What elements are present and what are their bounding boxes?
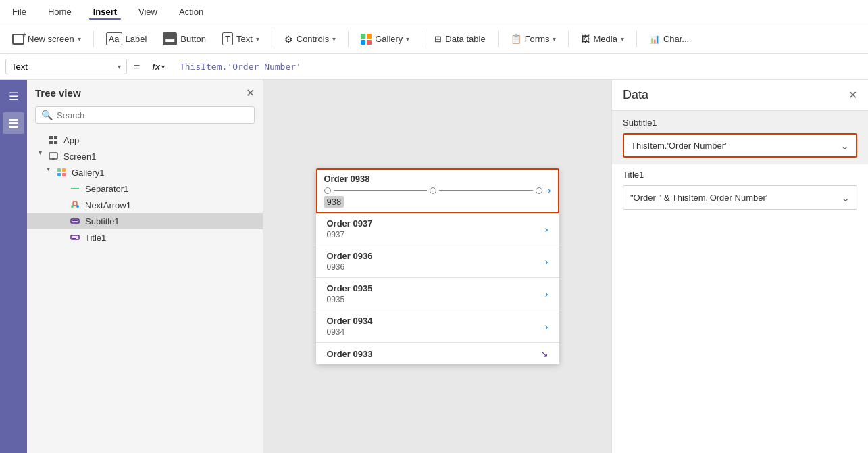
button-button[interactable]: ▬ Button (156, 29, 213, 49)
tree-node-gallery1[interactable]: ▸ Gallery1 (27, 164, 263, 181)
gallery-item-0934[interactable]: Order 0934 0934 › (316, 310, 559, 343)
title1-icon (69, 231, 81, 243)
menu-insert[interactable]: Insert (89, 4, 121, 20)
selected-subtitle-value: 938 (324, 196, 344, 208)
search-input[interactable] (57, 110, 249, 120)
data-panel-header: Data ✕ (612, 80, 868, 111)
item-0934-arrow: › (545, 321, 548, 332)
formula-bar: Text ▾ = fx ▾ (0, 54, 868, 80)
controls-chevron: ▾ (332, 35, 336, 43)
label-icon: Aa (106, 32, 122, 45)
tree-node-app[interactable]: App (27, 132, 263, 148)
tree-view-close-button[interactable]: ✕ (246, 87, 255, 99)
data-table-button[interactable]: ⊞ Data table (428, 30, 492, 47)
nextarrow1-arrow (57, 200, 66, 210)
fx-button[interactable]: fx ▾ (147, 59, 170, 74)
svg-rect-6 (57, 168, 61, 172)
text-chevron: ▾ (256, 35, 259, 43)
svg-rect-8 (57, 173, 61, 176)
title1-dropdown-value: "Order " & ThisItem.'Order Number' (630, 193, 767, 203)
forms-chevron: ▾ (553, 35, 556, 43)
forms-icon: 📋 (511, 34, 521, 44)
svg-rect-2 (49, 141, 53, 144)
formula-property-dropdown[interactable]: Text ▾ (5, 59, 127, 74)
formula-input[interactable] (174, 59, 863, 74)
canvas-area: Order 0938 › 938 (263, 80, 611, 453)
subtitle1-label: Subtitle1 (85, 216, 120, 226)
selected-item-arrow: › (548, 185, 551, 195)
toolbar: + New screen ▾ Aa Label ▬ Button T Text … (0, 24, 868, 54)
toolbar-sep-1 (93, 31, 94, 47)
media-button[interactable]: 🖼 Media ▾ (574, 30, 630, 47)
gallery-item-0937[interactable]: Order 0937 0937 › (316, 213, 559, 245)
hamburger-menu-button[interactable]: ☰ (3, 85, 24, 107)
gallery-button[interactable]: Gallery ▾ (354, 30, 416, 48)
app-preview: Order 0938 › 938 (316, 168, 559, 364)
selected-item-content: Order 0938 › 938 (317, 170, 558, 212)
tree-node-separator1[interactable]: Separator1 (27, 181, 263, 197)
data-panel: Data ✕ Subtitle1 ThisItem.'Order Number'… (611, 80, 868, 453)
menu-view[interactable]: View (134, 4, 161, 20)
gallery1-arrow: ▸ (43, 168, 53, 177)
toolbar-sep-3 (348, 31, 349, 47)
gallery-chevron: ▾ (406, 35, 409, 43)
fx-icon: fx (152, 62, 160, 72)
new-screen-label: New screen (28, 34, 74, 44)
search-icon: 🔍 (41, 110, 53, 120)
title1-arrow (57, 233, 66, 242)
forms-button[interactable]: 📋 Forms ▾ (504, 30, 563, 47)
app-label: App (63, 135, 79, 145)
item-0936-title: Order 0936 (327, 251, 373, 261)
screen1-arrow: ▸ (35, 151, 45, 161)
data-table-icon: ⊞ (434, 34, 442, 44)
toolbar-sep-5 (498, 31, 499, 47)
media-icon: 🖼 (581, 34, 590, 44)
tree-node-screen1[interactable]: ▸ Screen1 (27, 148, 263, 164)
gallery-item-0935[interactable]: Order 0935 0935 › (316, 278, 559, 310)
separator1-arrow (57, 184, 66, 193)
layers-button[interactable] (3, 112, 24, 134)
item-0936-subtitle: 0936 (327, 262, 373, 272)
tree-node-subtitle1[interactable]: Subtitle1 (27, 213, 263, 229)
nextarrow1-icon (69, 199, 81, 211)
tree-node-nextarrow1[interactable]: NextArrow1 (27, 197, 263, 213)
tree-view-title: Tree view (35, 87, 81, 99)
menu-home[interactable]: Home (44, 4, 76, 20)
main-area: ☰ Tree view ✕ 🔍 App (0, 80, 868, 453)
text-icon: T (222, 32, 233, 45)
gallery-item-0933[interactable]: Order 0933 ↘ (316, 343, 559, 364)
app-arrow (35, 135, 45, 145)
label-button[interactable]: Aa Label (99, 29, 154, 49)
gallery-item-0936[interactable]: Order 0936 0936 › (316, 245, 559, 278)
gallery-item-selected[interactable]: Order 0938 › 938 (316, 168, 559, 213)
selection-handles-row: › (324, 185, 551, 195)
svg-rect-10 (71, 188, 79, 189)
title1-section-label: Title1 (623, 170, 857, 180)
svg-point-13 (71, 205, 74, 208)
subtitle1-dropdown[interactable]: ThisItem.'Order Number' ⌄ (623, 133, 857, 158)
data-panel-close-button[interactable]: ✕ (848, 89, 857, 101)
nextarrow1-label: NextArrow1 (85, 200, 131, 210)
chart-icon: 📊 (649, 34, 660, 44)
gallery-list: Order 0938 › 938 (316, 168, 559, 364)
chart-button[interactable]: 📊 Char... (642, 30, 696, 47)
item-0933-title: Order 0933 (327, 349, 373, 359)
item-0937-title: Order 0937 (327, 218, 373, 229)
subtitle1-section: Subtitle1 ThisItem.'Order Number' ⌄ (612, 111, 868, 164)
title1-dropdown[interactable]: "Order " & ThisItem.'Order Number' ⌄ (623, 185, 857, 210)
icon-strip: ☰ (0, 80, 27, 453)
svg-rect-3 (54, 141, 57, 144)
menu-file[interactable]: File (8, 4, 30, 20)
menu-bar: File Home Insert View Action (0, 0, 868, 24)
text-button[interactable]: T Text ▾ (215, 29, 266, 49)
fx-dropdown: ▾ (161, 63, 165, 70)
item-0935-subtitle: 0935 (327, 295, 373, 304)
tree-node-title1[interactable]: Title1 (27, 229, 263, 245)
title1-dropdown-chevron: ⌄ (841, 191, 850, 204)
formula-dropdown-value: Text (11, 62, 115, 72)
new-screen-button[interactable]: + New screen ▾ (5, 30, 88, 48)
controls-button[interactable]: ⚙ Controls ▾ (278, 30, 342, 48)
toolbar-sep-7 (636, 31, 637, 47)
menu-action[interactable]: Action (175, 4, 207, 20)
handle-line (334, 190, 428, 191)
